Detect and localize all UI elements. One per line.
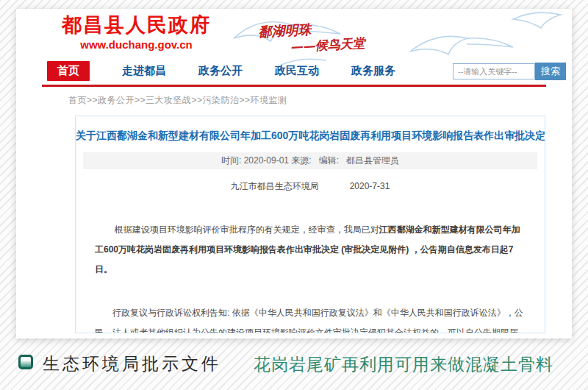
caption-note-green: 花岗岩尾矿再利用可用来做混凝土骨料 [254,353,553,376]
issuing-agency-line: 九江市都昌生态环境局2020-7-31 [95,177,526,196]
nav-tab-home[interactable]: 首页 [47,61,90,81]
paragraph-legal-rights: 行政复议与行政诉讼权利告知: 依据《中华人民共和国行政复议法》和《中华人民共和国… [95,303,526,333]
article-title: 关于江西鄱湖金和新型建材有限公司年加工600万吨花岗岩固废再利用项目环境影响报告… [76,130,545,143]
issue-date: 2020-7-31 [350,181,390,191]
site-url: www.duchang.gov.cn [62,38,211,51]
article-body: 九江市都昌生态环境局2020-7-31 根据建设项目环境影响评价审批程序的有关规… [76,169,545,333]
article-box: 关于江西鄱湖金和新型建材有限公司年加工600万吨花岗岩固废再利用项目环境影响报告… [75,116,545,333]
site-name: 都昌县人民政府 [62,15,211,37]
nav-divider-line [42,85,546,87]
breadcrumb[interactable]: 首页>>政务公开>>三大攻坚战>>污染防治>>环境监测 [68,94,572,107]
search-input[interactable] [453,63,535,79]
search-bar: 搜索 [453,63,566,80]
nav-tab-interaction[interactable]: 政民互动 [275,64,319,78]
paragraph-approval-decision: 根据建设项目环境影响评价审批程序的有关规定，经审查，我局已对江西鄱湖金和新型建材… [95,200,526,299]
agency-name: 九江市都昌生态环境局 [231,181,319,191]
nav-tab-services[interactable]: 政务服务 [351,64,395,78]
caption-title: 生态环境局批示文件 [43,352,221,375]
nav-tabs: 首页 走进都昌 政务公开 政民互动 政务服务 [47,61,395,81]
site-logo[interactable]: 都昌县人民政府 www.duchang.gov.cn [62,15,211,51]
article-meta-bar: 时间: 2020-09-01 来源: 编辑: 都昌县管理员 [83,152,537,169]
main-navigation: 首页 走进都昌 政务公开 政民互动 政务服务 搜索 [16,59,572,83]
green-square-bullet-icon [18,355,33,369]
website-screenshot: 都昌县人民政府 www.duchang.gov.cn 鄱湖明珠 ——候鸟天堂 首… [16,9,572,338]
search-button[interactable]: 搜索 [535,63,566,80]
site-header: 都昌县人民政府 www.duchang.gov.cn 鄱湖明珠 ——候鸟天堂 [16,9,572,59]
slogan-line-2: ——候鸟天堂 [290,35,365,55]
nav-tab-gov-affairs[interactable]: 政务公开 [198,64,243,78]
nav-tab-about-duchang[interactable]: 走进都昌 [122,64,166,78]
paragraph-approval-lead: 根据建设项目环境影响评价审批程序的有关规定，经审查，我局已对 [115,224,379,235]
site-slogan-calligraphy: 鄱湖明珠 ——候鸟天堂 [258,18,365,57]
